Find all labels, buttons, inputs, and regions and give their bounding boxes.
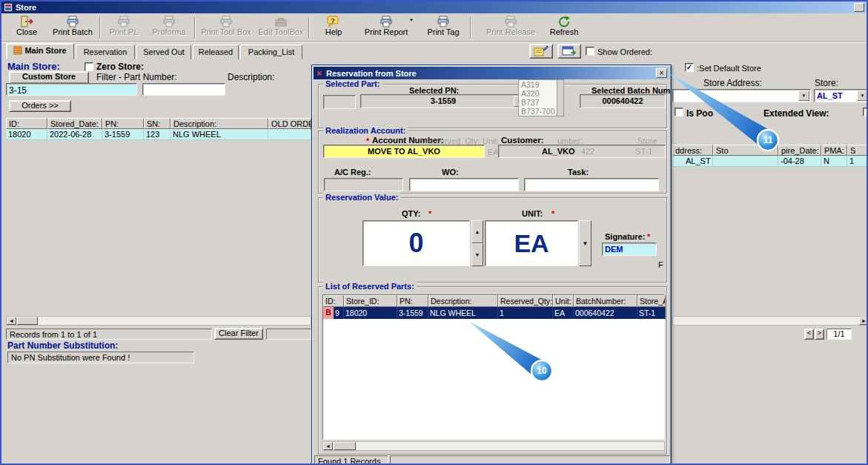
- required-marker: *: [428, 209, 431, 218]
- ac-reg-input[interactable]: [324, 178, 403, 191]
- customer-value: AL_VKO: [542, 147, 575, 156]
- store-address-label: Store Address:: [703, 78, 762, 88]
- column-header[interactable]: Sto: [713, 145, 778, 156]
- reservation-value-heading: Reservation Value:: [323, 193, 400, 202]
- custom-store-button[interactable]: Custom Store: [9, 71, 89, 84]
- ghost-unit-label: Unit:: [483, 136, 500, 145]
- help-icon: ?: [314, 15, 353, 27]
- column-header[interactable]: BatchNumber:: [574, 295, 637, 307]
- selected-batch-value: 000640422: [580, 94, 666, 108]
- grid-hscrollbar[interactable]: ◄: [6, 316, 311, 326]
- clear-filter-button[interactable]: Clear Filter: [214, 328, 263, 340]
- unit-label: UNIT:: [522, 209, 543, 218]
- column-header[interactable]: ddress:: [672, 145, 713, 156]
- chevron-down-icon[interactable]: ▼: [798, 90, 809, 101]
- selected-part-heading: Selected Part:: [323, 79, 382, 88]
- scroll-right-icon[interactable]: ►: [859, 317, 868, 325]
- grid-header-row-right: ddress: Sto pire_Date: PMA: S: [672, 145, 868, 156]
- print-tag-button[interactable]: Print Tag: [421, 15, 466, 41]
- export-window-button[interactable]: [557, 44, 581, 59]
- column-header[interactable]: ID:: [6, 118, 47, 129]
- column-header[interactable]: ID:: [323, 295, 344, 307]
- column-header[interactable]: Description:: [170, 118, 268, 129]
- column-header[interactable]: Unit:: [553, 295, 574, 307]
- records-status: Records from 1 to 1 of 1: [6, 329, 212, 340]
- account-number-value[interactable]: MOVE TO AL_VKO: [323, 145, 485, 158]
- description-filter-input[interactable]: [142, 83, 225, 96]
- task-input[interactable]: [524, 178, 659, 191]
- chevron-down-icon[interactable]: ▼: [857, 90, 868, 101]
- close-button[interactable]: Close: [7, 15, 46, 41]
- edit-toolbox-button[interactable]: Edit ToolBox: [256, 15, 305, 41]
- column-header[interactable]: Store_ID:: [344, 295, 397, 307]
- grid-hscrollbar-right[interactable]: ►: [672, 316, 868, 326]
- reserved-parts-table: ID: Store_ID: PN: Description: Reserved_…: [322, 294, 665, 440]
- unit-value[interactable]: EA: [485, 220, 578, 266]
- is-poor-checkbox[interactable]: [675, 108, 683, 116]
- tab-served-out[interactable]: Served Out: [136, 44, 191, 59]
- print-release-button[interactable]: Print Release: [485, 15, 537, 41]
- column-header[interactable]: Stored_Date:: [47, 118, 102, 129]
- column-header[interactable]: PN:: [102, 118, 144, 129]
- column-header[interactable]: PN:: [397, 295, 428, 307]
- scrollbar-thumb[interactable]: [17, 317, 38, 325]
- column-header[interactable]: OLD ORDE: [268, 118, 311, 129]
- attach-note-button[interactable]: [529, 44, 553, 59]
- customer-label: Customer:: [501, 136, 544, 145]
- printer-icon: [147, 15, 191, 27]
- orders-button[interactable]: Orders >>: [9, 100, 71, 112]
- print-report-button[interactable]: Print Report ▼: [357, 15, 415, 41]
- help-button[interactable]: ? Help: [314, 15, 353, 41]
- column-header[interactable]: Description:: [428, 295, 498, 307]
- store-combo-value: AL_ST: [817, 91, 843, 100]
- selected-pn-combo[interactable]: 3-1559 ▼: [360, 94, 526, 108]
- set-default-store-checkbox[interactable]: ✓: [685, 63, 694, 72]
- zero-store-checkbox[interactable]: [85, 62, 93, 71]
- proforma-button[interactable]: Proforma: [147, 15, 191, 41]
- printer-icon: [104, 15, 144, 27]
- scroll-left-icon[interactable]: ◄: [7, 317, 16, 325]
- show-ordered-checkbox[interactable]: [586, 47, 594, 56]
- dialog-titlebar[interactable]: × Reservation from Store: [314, 67, 669, 79]
- reservation-dialog: × Reservation from Store × Selected Part…: [311, 65, 672, 465]
- window-control-button[interactable]: [854, 3, 864, 12]
- column-header[interactable]: Store_A: [637, 295, 666, 307]
- qty-value[interactable]: 0: [362, 220, 470, 266]
- print-tool-box-button[interactable]: Print Tool Box: [199, 15, 254, 41]
- column-header[interactable]: S: [847, 145, 868, 156]
- spinner-down-icon[interactable]: ▼: [471, 243, 483, 266]
- chevron-down-icon[interactable]: ▼: [409, 18, 414, 22]
- table-row-right[interactable]: AL_ST -04-28 N 1: [672, 156, 868, 167]
- tab-packing-list[interactable]: Packing_List: [240, 44, 302, 59]
- unit-dropdown-icon[interactable]: ▼: [579, 220, 592, 266]
- wo-input[interactable]: [409, 178, 519, 191]
- page-next-button[interactable]: >: [815, 329, 824, 340]
- tab-released[interactable]: Released: [193, 44, 239, 59]
- column-header[interactable]: PMA:: [821, 145, 847, 156]
- table-row[interactable]: 18020 2022-06-28 3-1559 123 NLG WHEEL: [6, 129, 311, 140]
- print-batch-button[interactable]: Print Batch: [49, 15, 96, 41]
- tab-reservation[interactable]: Reservation: [76, 44, 135, 59]
- reserved-hscrollbar[interactable]: ◄: [322, 441, 665, 451]
- store-address-combo[interactable]: ▼: [672, 89, 811, 102]
- signature-input[interactable]: DEM: [602, 243, 657, 256]
- tab-main-store[interactable]: Main Store: [6, 43, 74, 59]
- print-pl-button[interactable]: Print PL: [104, 15, 144, 41]
- spinner-up-icon[interactable]: ▲: [471, 220, 483, 243]
- extended-view-checkbox[interactable]: [863, 108, 868, 116]
- printer-icon: [357, 15, 415, 27]
- reserved-parts-group: List of Reserved Parts: ID: Store_ID: PN…: [318, 286, 667, 455]
- scrollbar-thumb[interactable]: [334, 442, 356, 450]
- column-header[interactable]: Reserved_Qty:: [498, 295, 553, 307]
- column-header[interactable]: pire_Date:: [778, 145, 821, 156]
- part-number-filter-input[interactable]: 3-15: [6, 83, 137, 96]
- store-combo[interactable]: AL_ST ▼: [814, 89, 868, 102]
- toolbar-separator: [308, 16, 310, 39]
- reserved-row-selected[interactable]: B 9 18020 3-1559 NLG WHEEL 1 EA 00064042…: [323, 307, 666, 319]
- refresh-button[interactable]: Refresh: [541, 15, 587, 41]
- page-prev-button[interactable]: <: [804, 329, 814, 340]
- column-header[interactable]: SN:: [144, 118, 170, 129]
- window-title: Store: [16, 3, 36, 12]
- dialog-close-button[interactable]: ×: [656, 68, 667, 78]
- scroll-left-icon[interactable]: ◄: [323, 442, 333, 450]
